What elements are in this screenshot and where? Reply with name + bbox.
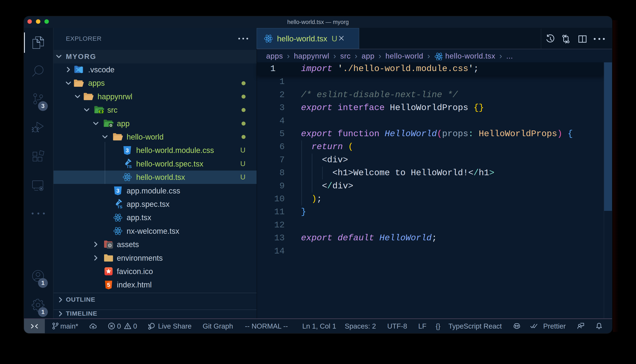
svg-text:3: 3 bbox=[126, 147, 129, 154]
svg-text:TS: TS bbox=[127, 164, 132, 169]
svg-text:3: 3 bbox=[116, 188, 119, 194]
svg-text:5: 5 bbox=[107, 282, 110, 288]
svg-text:TS: TS bbox=[117, 205, 122, 209]
